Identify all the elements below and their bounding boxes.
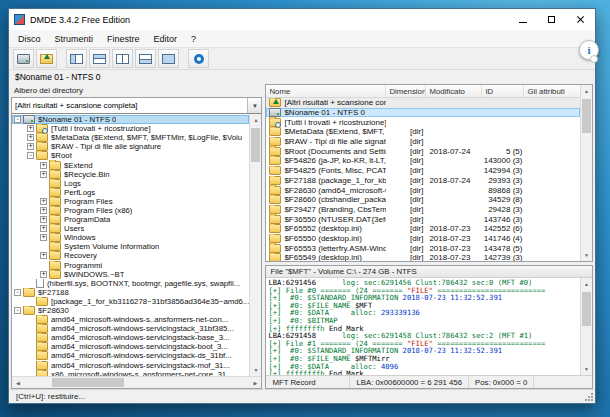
toggle-editor-panel-button[interactable] (135, 49, 156, 68)
file-row[interactable]: $F36550 (NTUSER.DAT{3efebf297...[dir]143… (266, 214, 580, 224)
collapse-icon[interactable]: - (14, 307, 21, 314)
toggle-split-view-button[interactable] (112, 49, 133, 68)
menu-editor[interactable]: Editor (147, 30, 185, 47)
file-row[interactable]: $F65552 (desktop.ini)[dir]2018-07-231425… (266, 224, 580, 234)
expand-icon[interactable]: + (40, 225, 47, 232)
tree-item[interactable]: amd64_microsoft-windows-servicingstack-m… (12, 361, 249, 370)
column-header-gli-attributi[interactable]: Gli attributi (524, 85, 610, 97)
file-row[interactable]: $Noname 01 - NTFS 0 (266, 108, 580, 118)
scrollbar-track[interactable] (250, 126, 261, 364)
tree-item[interactable]: amd64_microsoft-windows-s..ansformers-ne… (12, 315, 249, 324)
tree-item[interactable]: +Recovery (12, 251, 249, 260)
expand-icon[interactable]: + (27, 125, 34, 132)
tree-item[interactable]: amd64_microsoft-windows-servicingstack_3… (12, 324, 249, 333)
column-header-id[interactable]: ID (482, 85, 524, 97)
file-row[interactable]: $MetaData ($Extend, $MFT, $MFT...[dir] (266, 127, 580, 137)
file-row[interactable]: $Root (Documents and Settings...[dir]201… (266, 146, 580, 156)
file-row[interactable]: $RAW - Tipi di file alle signature[dir] (266, 137, 580, 147)
tree-item[interactable]: amd64_microsoft-windows-servicingstack-b… (12, 333, 249, 342)
tree-horizontal-scrollbar[interactable] (12, 376, 261, 388)
resize-grip-icon[interactable] (584, 392, 594, 402)
toggle-tree-panel-button[interactable] (66, 49, 87, 68)
tree-item[interactable]: amd64_microsoft-windows-servicingstack-d… (12, 351, 249, 360)
scroll-down-icon[interactable] (581, 249, 592, 261)
toggle-list-panel-button[interactable] (89, 49, 110, 68)
menu-disco[interactable]: Disco (11, 30, 48, 47)
file-row[interactable]: $F54826 (ja-JP, ko-KR, lt-LT, lv-LV...[d… (266, 156, 580, 166)
tree-item[interactable]: +$MetaData ($Extend, $MFT, $MFTMirr, $Lo… (12, 133, 249, 142)
chevron-down-icon[interactable] (247, 98, 261, 113)
file-row[interactable]: $F54825 (Fonts, Misc, PCAT, PXE,...[dir]… (266, 166, 580, 176)
file-row[interactable]: $F28630 (amd64_microsoft-wind...[dir]898… (266, 185, 580, 195)
expand-icon[interactable]: + (40, 198, 47, 205)
tree-item[interactable]: amd64_microsoft-windows-servicingstack-b… (12, 342, 249, 351)
scrollbar-track[interactable] (581, 97, 592, 249)
tree-item[interactable]: +$Recycle.Bin (12, 170, 249, 179)
tree-item[interactable]: System Volume Information (12, 242, 249, 251)
tree-item[interactable]: (hiberfil.sys, BOOTNXT, bootmgr, pagefil… (12, 279, 249, 288)
file-row[interactable]: [Altri risultati + scansione comple... (266, 98, 580, 108)
menu-help[interactable]: ? (184, 30, 203, 47)
minimize-button[interactable] (508, 9, 537, 30)
expand-icon[interactable]: + (27, 134, 34, 141)
scroll-down-icon[interactable] (581, 363, 592, 375)
menu-strumenti[interactable]: Strumenti (48, 30, 101, 47)
file-row[interactable]: $F27188 (package_1_for_kb31162...[dir]20… (266, 176, 580, 186)
file-row[interactable]: $F65550 (desktop.ini)[dir]2018-07-231417… (266, 234, 580, 244)
open-drive-button[interactable] (13, 49, 34, 68)
file-row[interactable]: $F65549 (desktop.ini)[dir]2018-07-231427… (266, 253, 580, 261)
expand-icon[interactable]: + (40, 162, 47, 169)
scrollbar-thumb[interactable] (582, 292, 591, 326)
help-hint-bubble[interactable]: i (579, 40, 599, 60)
disk-editor-button[interactable] (188, 49, 209, 68)
scroll-up-icon[interactable] (581, 278, 592, 290)
tree-item[interactable]: -$Root (12, 151, 249, 160)
tree-item[interactable]: -$Noname 01 - NTFS 0 (12, 115, 249, 124)
scroll-down-icon[interactable] (250, 364, 261, 376)
tree-item[interactable]: PerfLogs (12, 188, 249, 197)
scroll-up-icon[interactable] (250, 114, 261, 126)
parent-folder-button[interactable] (36, 49, 57, 68)
tree-item[interactable]: +Windows (12, 233, 249, 242)
tree-vertical-scrollbar[interactable] (249, 114, 261, 376)
file-row[interactable]: $F29427 (Branding, CbsTemp, em...[dir]29… (266, 205, 580, 215)
scroll-right-icon[interactable] (249, 377, 261, 388)
tree-item[interactable]: +Program Files (x86) (12, 206, 249, 215)
expand-icon[interactable]: + (40, 207, 47, 214)
collapse-icon[interactable]: - (14, 289, 21, 296)
tree-item[interactable]: [package_1_for_kb3116278~31bf3856ad364e3… (12, 297, 249, 306)
tree-item[interactable]: +$WINDOWS.~BT (12, 270, 249, 279)
tree-item[interactable]: +$RAW - Tipi di file alle signature (12, 142, 249, 151)
expand-icon[interactable]: + (40, 171, 47, 178)
tree-item[interactable]: +[Tutti i trovati + ricostruzione] (12, 124, 249, 133)
scrollbar-track[interactable] (24, 377, 249, 388)
tree-item[interactable]: +ProgramData (12, 215, 249, 224)
expand-icon[interactable]: + (40, 271, 47, 278)
scrollbar-track[interactable] (581, 290, 592, 363)
tree-item[interactable]: -$F27188 (12, 288, 249, 297)
maximize-button[interactable] (537, 9, 566, 30)
close-button[interactable] (566, 9, 595, 30)
collapse-icon[interactable]: - (14, 116, 21, 123)
file-row[interactable]: [Tutti i trovati + ricostruzione] (266, 117, 580, 127)
column-header-modificato[interactable]: Modificato (426, 85, 482, 97)
hex-view-button[interactable] (158, 49, 179, 68)
scrollbar-thumb[interactable] (52, 378, 124, 387)
expand-icon[interactable]: + (40, 234, 47, 241)
tree-item[interactable]: +Users (12, 224, 249, 233)
expand-icon[interactable]: + (27, 143, 34, 150)
tree-item[interactable]: Programmi (12, 261, 249, 270)
scrollbar-thumb[interactable] (582, 99, 591, 133)
hex-content[interactable]: LBA:6291456 log: sec:6291456 Clust:78643… (266, 278, 580, 375)
scroll-left-icon[interactable] (12, 377, 24, 388)
tree-item[interactable]: +$Extend (12, 160, 249, 169)
column-header-dimensione[interactable]: Dimensione (386, 85, 426, 97)
editor-vertical-scrollbar[interactable] (580, 278, 592, 375)
collapse-icon[interactable]: - (27, 152, 34, 159)
column-header-nome[interactable]: Nome (266, 85, 386, 97)
menu-finestre[interactable]: Finestre (100, 30, 147, 47)
file-row[interactable]: $F65553 (letterfry.ASM-Window...[dir]201… (266, 243, 580, 253)
scrollbar-thumb[interactable] (251, 128, 260, 162)
expand-icon[interactable]: + (40, 252, 47, 259)
expand-icon[interactable]: + (40, 216, 47, 223)
